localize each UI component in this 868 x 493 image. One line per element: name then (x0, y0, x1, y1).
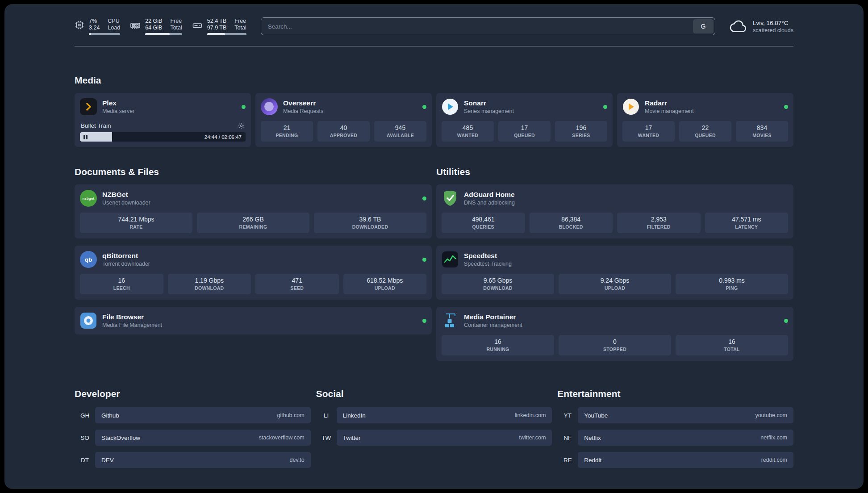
bookmark-name: Reddit (584, 457, 601, 464)
status-dot (422, 258, 426, 262)
stat-tile: 16 RUNNING (442, 335, 554, 355)
stat-tile: 2,953 FILTERED (617, 213, 701, 233)
service-subtitle: Series management (464, 108, 514, 114)
sonarr-icon (442, 98, 459, 115)
bookmark-abbr: DT (75, 457, 95, 464)
plex-service-link[interactable]: Plex Media server (80, 98, 246, 115)
service-subtitle: Movie management (645, 108, 694, 114)
stat-tile: 0.993 ms PING (676, 274, 788, 294)
adguard-card: AdGuard Home DNS and adblocking 498,461 … (436, 184, 793, 238)
service-name: Radarr (645, 99, 694, 107)
bookmark-dev[interactable]: DT DEV dev.to (75, 452, 311, 468)
bookmark-url: github.com (277, 412, 305, 418)
cpu-usage-bar-fill (89, 33, 91, 35)
bookmark-name: StackOverflow (101, 435, 140, 441)
cpu-widget: 7% CPU 3.24 Load (75, 18, 120, 35)
service-name: qBittorrent (102, 252, 150, 260)
bookmark-reddit[interactable]: RE Reddit reddit.com (557, 452, 793, 468)
documents-section-title: Documents & Files (75, 167, 432, 177)
bookmark-linkedin[interactable]: LI LinkedIn linkedin.com (316, 407, 552, 423)
weather-condition: scattered clouds (753, 27, 793, 33)
bookmark-name: YouTube (584, 412, 608, 419)
stat-tile: 9.65 Gbps DOWNLOAD (442, 274, 554, 294)
stat-tile: 266 GB REMAINING (197, 213, 309, 233)
portainer-icon (442, 312, 459, 329)
filebrowser-card: File Browser Media File Management (75, 307, 432, 334)
disk-free-value: 52.4 TB (207, 18, 227, 24)
status-dot (242, 105, 246, 109)
section-media: Media Plex Media server (75, 75, 793, 147)
memory-total-value: 64 GiB (145, 25, 162, 31)
overseerr-service-link[interactable]: Overseerr Media Requests (261, 98, 426, 115)
bookmark-abbr: NF (557, 435, 578, 441)
service-subtitle: Usenet downloader (102, 200, 150, 206)
bookmark-url: youtube.com (755, 412, 787, 418)
service-subtitle: Media Requests (283, 108, 323, 114)
bookmark-abbr: LI (316, 412, 337, 419)
pause-button[interactable] (83, 135, 88, 139)
bookmark-url: stackoverflow.com (259, 435, 305, 441)
adguard-service-link[interactable]: AdGuard Home DNS and adblocking (442, 190, 788, 207)
sonarr-service-link[interactable]: Sonarr Series management (442, 98, 607, 115)
stat-tile: 498,461 QUERIES (442, 213, 525, 233)
weather-location: Lviv, 16.87°C (753, 20, 793, 26)
gear-icon[interactable] (238, 122, 245, 129)
adguard-icon (442, 190, 459, 207)
bookmark-stackoverflow[interactable]: SO StackOverflow stackoverflow.com (75, 430, 311, 446)
stat-tile: 834 MOVIES (736, 121, 788, 142)
bookmark-github[interactable]: GH Github github.com (75, 407, 311, 423)
portainer-service-link[interactable]: Media Portainer Container management (442, 312, 788, 329)
stat-tile: 40 APPROVED (317, 121, 370, 142)
stat-tile: 196 SERIES (555, 121, 607, 142)
bookmark-group-entertainment: Entertainment YT YouTube youtube.com NF … (557, 389, 793, 468)
media-section-title: Media (75, 75, 793, 86)
bookmark-netflix[interactable]: NF Netflix netflix.com (557, 430, 793, 446)
memory-free-label: Free (170, 18, 182, 24)
speedtest-service-link[interactable]: Speedtest Speedtest Tracking (442, 251, 788, 268)
search-provider-button[interactable]: G (693, 19, 714, 33)
bookmark-url: linkedin.com (515, 412, 546, 418)
bookmark-name: DEV (101, 457, 114, 464)
service-subtitle: Media File Management (102, 322, 162, 328)
social-group-title: Social (316, 389, 552, 399)
service-name: Media Portainer (464, 313, 522, 321)
stat-tile: 21 PENDING (261, 121, 313, 142)
section-documents: Documents & Files nzbget NZBGet Usenet d… (75, 167, 432, 361)
service-subtitle: Speedtest Tracking (464, 261, 512, 267)
disk-free-label: Free (234, 18, 246, 24)
cpu-load-value: 3.24 (89, 25, 100, 31)
status-dot (784, 319, 788, 323)
bookmark-abbr: SO (75, 435, 95, 441)
filebrowser-icon (80, 312, 97, 329)
bookmark-abbr: GH (75, 412, 95, 419)
bookmark-url: dev.to (290, 457, 305, 463)
status-dot (422, 105, 426, 109)
bookmark-abbr: YT (557, 412, 578, 419)
qbittorrent-service-link[interactable]: qb qBittorrent Torrent downloader (80, 251, 426, 268)
stat-tile: 47.571 ms LATENCY (705, 213, 789, 233)
radarr-service-link[interactable]: Radarr Movie management (622, 98, 788, 115)
qbittorrent-icon: qb (80, 251, 97, 268)
service-name: Overseerr (283, 99, 323, 107)
service-subtitle: Torrent downloader (102, 261, 150, 267)
section-utilities: Utilities AdGuard Home DNS and adblockin… (436, 167, 793, 361)
search-input[interactable] (263, 23, 693, 30)
stat-tile: 16 LEECH (80, 274, 163, 294)
service-name: Speedtest (464, 252, 512, 260)
cpu-usage-value: 7% (89, 18, 100, 24)
cpu-usage-bar (89, 33, 120, 35)
dashboard: 7% CPU 3.24 Load (4, 4, 864, 489)
disk-icon (192, 20, 203, 31)
nzbget-service-link[interactable]: nzbget NZBGet Usenet downloader (80, 190, 426, 207)
system-resources: 7% CPU 3.24 Load (75, 18, 246, 35)
weather-widget: Lviv, 16.87°C scattered clouds (730, 19, 793, 33)
filebrowser-service-link[interactable]: File Browser Media File Management (80, 312, 426, 329)
memory-usage-bar (145, 33, 182, 35)
overseerr-icon (261, 98, 278, 115)
stat-tile: 1.19 Gbps DOWNLOAD (168, 274, 251, 294)
bookmark-youtube[interactable]: YT YouTube youtube.com (557, 407, 793, 423)
service-name: Plex (102, 99, 134, 107)
bookmark-twitter[interactable]: TW Twitter twitter.com (316, 430, 552, 446)
status-dot (603, 105, 607, 109)
nzbget-icon: nzbget (80, 190, 97, 207)
